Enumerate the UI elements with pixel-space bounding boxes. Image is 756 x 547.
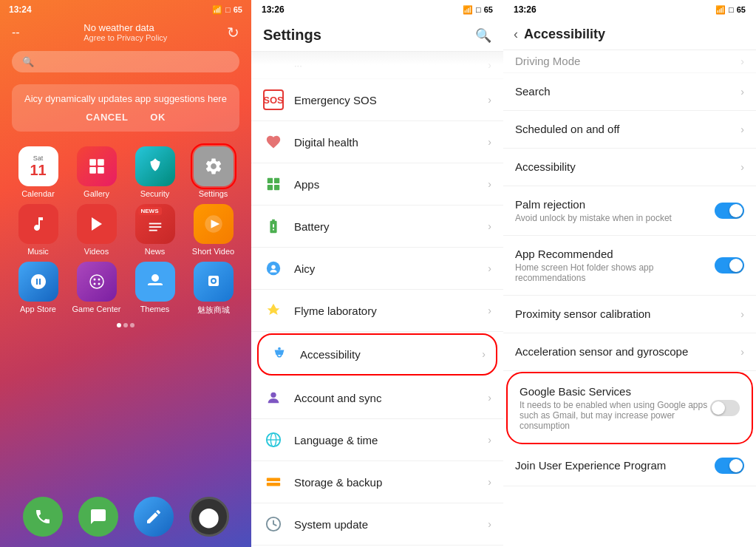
google-services-label: Google Basic Services xyxy=(520,385,631,398)
music-icon xyxy=(18,204,58,244)
accessibility-title: Accessibility xyxy=(524,27,605,42)
system-update-icon xyxy=(263,514,284,534)
accessibility-header: ‹ Accessibility xyxy=(503,19,756,50)
settings-item-aicy[interactable]: Aicy › xyxy=(251,248,503,290)
svg-rect-2 xyxy=(89,167,96,174)
accessibility-item-label: Accessibility xyxy=(515,160,576,173)
scheduled-label: Scheduled on and off xyxy=(515,123,620,135)
app-recommended-toggle[interactable] xyxy=(715,257,744,274)
app-game-center[interactable]: Game Center xyxy=(70,262,123,316)
settings-item-storage[interactable]: Storage & backup › xyxy=(251,461,503,503)
app-settings[interactable]: Settings xyxy=(187,146,239,198)
aicy-icon xyxy=(263,258,284,279)
driving-mode-label: Driving Mode xyxy=(515,55,580,67)
app-short-video[interactable]: Short Video xyxy=(187,204,239,256)
app-meizu[interactable]: 魅族商城 xyxy=(187,262,239,316)
settings-item-battery[interactable]: Battery › xyxy=(251,205,503,248)
settings-item-system[interactable]: System update › xyxy=(251,503,503,546)
svg-rect-1 xyxy=(98,159,104,166)
app-gallery[interactable]: Gallery xyxy=(70,146,123,198)
short-video-label: Short Video xyxy=(192,247,234,256)
svg-point-21 xyxy=(278,347,281,350)
weather-subtitle: Agree to Privacy Policy xyxy=(84,33,167,42)
themes-icon xyxy=(135,262,175,302)
app-rec-toggle-knob xyxy=(729,259,743,272)
svg-rect-18 xyxy=(274,185,279,190)
app-videos[interactable]: Videos xyxy=(70,204,123,256)
access-palm-rejection[interactable]: Palm rejection Avoid unlock by mistake w… xyxy=(503,186,756,236)
page-dots xyxy=(0,323,251,327)
security-label: Security xyxy=(140,189,170,198)
settings-title: Settings xyxy=(263,27,321,44)
aicy-text: Aicy dynamically updates app suggestions… xyxy=(24,93,227,104)
app-calendar[interactable]: Sat 11 Calendar xyxy=(12,146,64,198)
app-news[interactable]: NEWS News xyxy=(129,204,181,256)
svg-rect-5 xyxy=(149,223,161,225)
wifi-icon: 📶 xyxy=(212,5,222,15)
dock-camera[interactable]: ⬤ xyxy=(189,497,229,537)
access-app-recommended[interactable]: App Recommended Home screen Hot folder s… xyxy=(503,236,756,296)
settings-list: ··· › SOS Emergency SOS › Digital health… xyxy=(251,52,503,547)
ok-button[interactable]: OK xyxy=(150,112,166,123)
game-center-label: Game Center xyxy=(72,305,120,313)
dock-messages[interactable] xyxy=(78,497,118,537)
svg-rect-27 xyxy=(267,483,280,486)
home-search-bar[interactable]: 🔍 xyxy=(12,51,239,72)
back-button[interactable]: ‹ xyxy=(514,27,518,42)
palm-rejection-toggle[interactable] xyxy=(715,203,744,219)
svg-marker-4 xyxy=(92,217,102,231)
settings-header: Settings 🔍 xyxy=(251,19,503,52)
settings-item-sos[interactable]: SOS Emergency SOS › xyxy=(251,79,503,121)
search-icon: 🔍 xyxy=(22,56,34,67)
access-acceleration[interactable]: Acceleration sensor and gyroscope › xyxy=(503,333,756,371)
settings-item-health[interactable]: Digital health › xyxy=(251,121,503,163)
apps-icon xyxy=(263,174,284,194)
user-exp-toggle-knob xyxy=(729,459,743,472)
language-icon xyxy=(263,429,284,450)
access-search[interactable]: Search › xyxy=(503,73,756,111)
app-grid: Sat 11 Calendar Gallery Security Setting… xyxy=(0,137,251,320)
search-label: Search xyxy=(515,85,551,98)
app-dock: ⬤ xyxy=(0,489,251,547)
access-scheduled[interactable]: Scheduled on and off › xyxy=(503,111,756,149)
user-experience-toggle[interactable] xyxy=(715,458,744,474)
settings-item-apps[interactable]: Apps › xyxy=(251,163,503,205)
svg-point-22 xyxy=(270,393,276,398)
access-user-experience[interactable]: Join User Experience Program xyxy=(503,446,756,486)
settings-search-icon[interactable]: 🔍 xyxy=(475,27,491,44)
cancel-button[interactable]: CANCEL xyxy=(86,112,128,123)
settings-item-language[interactable]: Language & time › xyxy=(251,419,503,461)
weather-refresh-icon[interactable]: ↻ xyxy=(227,24,239,41)
access-google-services[interactable]: Google Basic Services It needs to be ena… xyxy=(508,373,752,443)
settings-item-partial[interactable]: ··· › xyxy=(251,52,503,79)
app-store[interactable]: App Store xyxy=(12,262,64,316)
settings-item-accessibility[interactable]: Accessibility › xyxy=(257,333,497,376)
dock-phone[interactable] xyxy=(23,497,63,537)
palm-rejection-subtitle: Avoid unlock by mistake when in pocket xyxy=(515,213,715,223)
battery-label: Battery xyxy=(294,220,488,233)
accessibility-list: Driving Mode › Search › Scheduled on and… xyxy=(503,50,756,547)
news-icon: NEWS xyxy=(135,204,175,244)
settings-label: Settings xyxy=(199,189,228,198)
svg-rect-6 xyxy=(149,226,161,228)
access-driving-mode[interactable]: Driving Mode › xyxy=(503,50,756,73)
user-experience-label: Join User Experience Program xyxy=(515,459,666,472)
aicy-label: Aicy xyxy=(294,262,488,275)
settings-item-account[interactable]: Account and sync › xyxy=(251,377,503,419)
settings-battery: □ xyxy=(476,5,481,14)
acceleration-label: Acceleration sensor and gyroscope xyxy=(515,345,688,358)
access-proximity[interactable]: Proximity sensor calibration › xyxy=(503,296,756,333)
app-music[interactable]: Music xyxy=(12,204,64,256)
settings-item-flyme[interactable]: Flyme laboratory › xyxy=(251,290,503,332)
app-themes[interactable]: Themes xyxy=(129,262,181,316)
google-services-highlight: Google Basic Services It needs to be ena… xyxy=(508,373,752,443)
app-security[interactable]: Security xyxy=(129,146,181,198)
calendar-icon: Sat 11 xyxy=(18,146,58,186)
access-battery: □ xyxy=(729,5,734,14)
dock-notes[interactable] xyxy=(134,497,174,537)
google-services-toggle[interactable] xyxy=(710,400,740,416)
videos-icon xyxy=(77,204,117,244)
access-accessibility[interactable]: Accessibility › xyxy=(503,149,756,186)
weather-widget: -- No weather data Agree to Privacy Poli… xyxy=(12,22,239,42)
svg-point-12 xyxy=(98,279,100,281)
